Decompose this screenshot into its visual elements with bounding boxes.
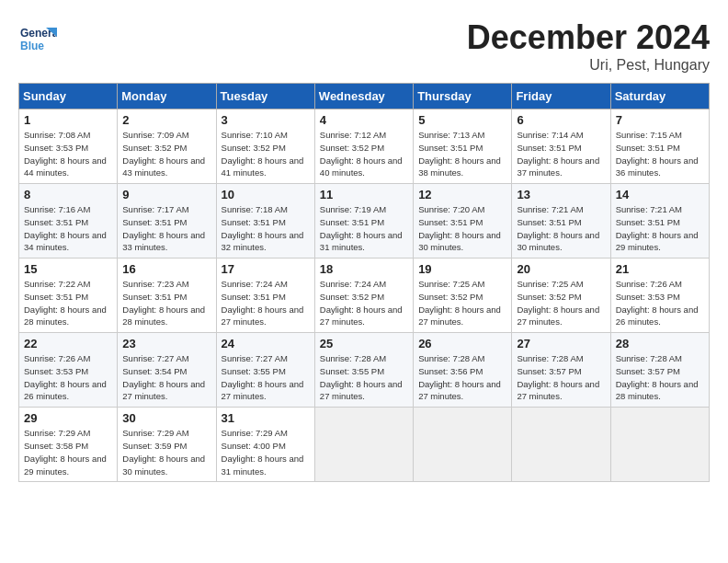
calendar-cell: 11Sunrise: 7:19 AM Sunset: 3:51 PM Dayli… <box>314 184 413 259</box>
calendar-cell: 30Sunrise: 7:29 AM Sunset: 3:59 PM Dayli… <box>118 408 216 482</box>
calendar-cell: 4Sunrise: 7:12 AM Sunset: 3:52 PM Daylig… <box>314 109 413 184</box>
day-info: Sunrise: 7:25 AM Sunset: 3:52 PM Dayligh… <box>517 278 605 328</box>
calendar-cell <box>314 408 413 482</box>
calendar-cell <box>610 408 709 482</box>
day-info: Sunrise: 7:28 AM Sunset: 3:55 PM Dayligh… <box>320 352 408 403</box>
calendar-cell: 16Sunrise: 7:23 AM Sunset: 3:51 PM Dayli… <box>118 259 216 333</box>
calendar-cell: 13Sunrise: 7:21 AM Sunset: 3:51 PM Dayli… <box>512 184 610 259</box>
calendar-cell: 7Sunrise: 7:15 AM Sunset: 3:51 PM Daylig… <box>610 109 709 184</box>
day-number: 5 <box>418 113 506 127</box>
calendar-cell <box>414 408 512 482</box>
day-info: Sunrise: 7:24 AM Sunset: 3:52 PM Dayligh… <box>320 278 408 328</box>
calendar-cell: 3Sunrise: 7:10 AM Sunset: 3:52 PM Daylig… <box>216 109 314 184</box>
calendar-cell: 6Sunrise: 7:14 AM Sunset: 3:51 PM Daylig… <box>512 109 610 184</box>
day-info: Sunrise: 7:28 AM Sunset: 3:56 PM Dayligh… <box>418 352 506 403</box>
calendar-cell: 5Sunrise: 7:13 AM Sunset: 3:51 PM Daylig… <box>414 109 512 184</box>
month-title: December 2024 <box>467 18 710 57</box>
day-info: Sunrise: 7:17 AM Sunset: 3:51 PM Dayligh… <box>122 203 210 254</box>
day-info: Sunrise: 7:29 AM Sunset: 3:59 PM Dayligh… <box>122 427 210 477</box>
day-number: 11 <box>320 188 408 201</box>
calendar-body: 1Sunrise: 7:08 AM Sunset: 3:53 PM Daylig… <box>19 109 710 482</box>
day-info: Sunrise: 7:26 AM Sunset: 3:53 PM Dayligh… <box>24 352 112 403</box>
day-number: 17 <box>222 262 310 276</box>
weekday-header-thursday: Thursday <box>414 84 512 109</box>
day-number: 23 <box>122 337 210 350</box>
day-number: 20 <box>517 262 605 276</box>
day-number: 10 <box>222 188 310 201</box>
day-number: 8 <box>24 188 112 201</box>
logo: General Blue <box>18 18 59 55</box>
day-info: Sunrise: 7:27 AM Sunset: 3:55 PM Dayligh… <box>222 352 310 403</box>
day-number: 2 <box>122 113 210 127</box>
calendar-cell: 1Sunrise: 7:08 AM Sunset: 3:53 PM Daylig… <box>19 109 118 184</box>
day-info: Sunrise: 7:13 AM Sunset: 3:51 PM Dayligh… <box>418 129 506 179</box>
day-number: 24 <box>222 337 310 350</box>
day-info: Sunrise: 7:09 AM Sunset: 3:52 PM Dayligh… <box>122 129 210 179</box>
day-info: Sunrise: 7:29 AM Sunset: 4:00 PM Dayligh… <box>222 427 310 477</box>
day-info: Sunrise: 7:23 AM Sunset: 3:51 PM Dayligh… <box>122 278 210 328</box>
day-number: 19 <box>418 262 506 276</box>
day-number: 16 <box>122 262 210 276</box>
day-number: 18 <box>320 262 408 276</box>
svg-text:Blue: Blue <box>20 40 44 52</box>
calendar-week-4: 22Sunrise: 7:26 AM Sunset: 3:53 PM Dayli… <box>19 333 710 408</box>
day-number: 28 <box>616 337 704 350</box>
calendar-week-3: 15Sunrise: 7:22 AM Sunset: 3:51 PM Dayli… <box>19 259 710 333</box>
calendar-cell: 28Sunrise: 7:28 AM Sunset: 3:57 PM Dayli… <box>610 333 709 408</box>
day-info: Sunrise: 7:16 AM Sunset: 3:51 PM Dayligh… <box>24 203 112 254</box>
day-number: 15 <box>24 262 112 276</box>
day-info: Sunrise: 7:18 AM Sunset: 3:51 PM Dayligh… <box>222 203 310 254</box>
calendar-cell: 12Sunrise: 7:20 AM Sunset: 3:51 PM Dayli… <box>414 184 512 259</box>
day-info: Sunrise: 7:15 AM Sunset: 3:51 PM Dayligh… <box>616 129 704 179</box>
day-info: Sunrise: 7:28 AM Sunset: 3:57 PM Dayligh… <box>616 352 704 403</box>
weekday-header-wednesday: Wednesday <box>314 84 413 109</box>
day-number: 14 <box>616 188 704 201</box>
day-info: Sunrise: 7:29 AM Sunset: 3:58 PM Dayligh… <box>24 427 112 477</box>
calendar-cell: 2Sunrise: 7:09 AM Sunset: 3:52 PM Daylig… <box>118 109 216 184</box>
day-info: Sunrise: 7:19 AM Sunset: 3:51 PM Dayligh… <box>320 203 408 254</box>
day-number: 4 <box>320 113 408 127</box>
calendar-week-1: 1Sunrise: 7:08 AM Sunset: 3:53 PM Daylig… <box>19 109 710 184</box>
day-number: 7 <box>616 113 704 127</box>
calendar-cell: 25Sunrise: 7:28 AM Sunset: 3:55 PM Dayli… <box>314 333 413 408</box>
calendar-cell: 23Sunrise: 7:27 AM Sunset: 3:54 PM Dayli… <box>118 333 216 408</box>
day-info: Sunrise: 7:08 AM Sunset: 3:53 PM Dayligh… <box>24 129 112 179</box>
calendar-cell: 31Sunrise: 7:29 AM Sunset: 4:00 PM Dayli… <box>216 408 314 482</box>
calendar-week-5: 29Sunrise: 7:29 AM Sunset: 3:58 PM Dayli… <box>19 408 710 482</box>
day-info: Sunrise: 7:26 AM Sunset: 3:53 PM Dayligh… <box>616 278 704 328</box>
day-info: Sunrise: 7:27 AM Sunset: 3:54 PM Dayligh… <box>122 352 210 403</box>
weekday-header-friday: Friday <box>512 84 610 109</box>
calendar-cell: 21Sunrise: 7:26 AM Sunset: 3:53 PM Dayli… <box>610 259 709 333</box>
day-number: 6 <box>517 113 605 127</box>
day-number: 22 <box>24 337 112 350</box>
calendar-cell: 29Sunrise: 7:29 AM Sunset: 3:58 PM Dayli… <box>19 408 118 482</box>
day-number: 12 <box>418 188 506 201</box>
day-number: 21 <box>616 262 704 276</box>
day-number: 30 <box>122 411 210 425</box>
day-info: Sunrise: 7:21 AM Sunset: 3:51 PM Dayligh… <box>616 203 704 254</box>
day-number: 26 <box>418 337 506 350</box>
day-info: Sunrise: 7:24 AM Sunset: 3:51 PM Dayligh… <box>222 278 310 328</box>
weekday-header-row: SundayMondayTuesdayWednesdayThursdayFrid… <box>19 84 710 109</box>
calendar-cell: 24Sunrise: 7:27 AM Sunset: 3:55 PM Dayli… <box>216 333 314 408</box>
day-info: Sunrise: 7:25 AM Sunset: 3:52 PM Dayligh… <box>418 278 506 328</box>
calendar-cell: 22Sunrise: 7:26 AM Sunset: 3:53 PM Dayli… <box>19 333 118 408</box>
day-number: 9 <box>122 188 210 201</box>
calendar-cell: 19Sunrise: 7:25 AM Sunset: 3:52 PM Dayli… <box>414 259 512 333</box>
logo-icon: General Blue <box>18 18 55 55</box>
weekday-header-monday: Monday <box>118 84 216 109</box>
weekday-header-sunday: Sunday <box>19 84 118 109</box>
day-info: Sunrise: 7:20 AM Sunset: 3:51 PM Dayligh… <box>418 203 506 254</box>
calendar-cell: 14Sunrise: 7:21 AM Sunset: 3:51 PM Dayli… <box>610 184 709 259</box>
weekday-header-saturday: Saturday <box>610 84 709 109</box>
day-number: 3 <box>222 113 310 127</box>
calendar-cell: 15Sunrise: 7:22 AM Sunset: 3:51 PM Dayli… <box>19 259 118 333</box>
day-info: Sunrise: 7:12 AM Sunset: 3:52 PM Dayligh… <box>320 129 408 179</box>
day-info: Sunrise: 7:28 AM Sunset: 3:57 PM Dayligh… <box>517 352 605 403</box>
calendar-cell: 18Sunrise: 7:24 AM Sunset: 3:52 PM Dayli… <box>314 259 413 333</box>
calendar-cell: 27Sunrise: 7:28 AM Sunset: 3:57 PM Dayli… <box>512 333 610 408</box>
day-number: 25 <box>320 337 408 350</box>
day-number: 31 <box>222 411 310 425</box>
location-title: Uri, Pest, Hungary <box>467 57 710 74</box>
calendar-week-2: 8Sunrise: 7:16 AM Sunset: 3:51 PM Daylig… <box>19 184 710 259</box>
